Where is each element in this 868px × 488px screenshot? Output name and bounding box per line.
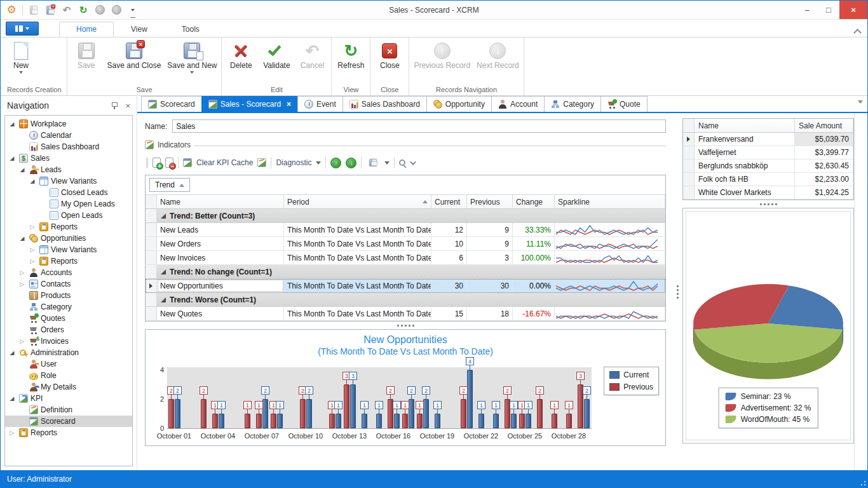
qat-save-icon[interactable] <box>27 3 41 17</box>
tab-scorecard[interactable]: Scorecard <box>141 96 202 112</box>
sidebar-item-workplace[interactable]: ◢Workplace <box>5 118 132 130</box>
table-row-new-opportunities[interactable]: New OpportunitiesThis Month To Date Vs L… <box>146 279 665 293</box>
column-header-current[interactable]: Current <box>431 195 467 208</box>
sidebar-item-role[interactable]: Role <box>5 370 132 381</box>
refresh-button[interactable]: ↻Refresh <box>333 39 369 85</box>
table-row-frankenversand[interactable]: Frankenversand$5,039.70 <box>683 133 853 146</box>
tree-expanded-icon[interactable]: ◢ <box>28 178 37 184</box>
sidebar-item-contacts[interactable]: ▷Contacts <box>5 278 132 290</box>
sidebar-item-scorecard[interactable]: Scorecard <box>5 416 132 427</box>
tree-expanded-icon[interactable]: ◢ <box>8 349 17 356</box>
move-down-icon[interactable]: ↓ <box>346 158 356 168</box>
sidebar-item-reports[interactable]: ▷Reports <box>5 427 132 438</box>
column-header-name[interactable]: Name <box>157 195 284 208</box>
tree-collapsed-icon[interactable]: ▷ <box>28 224 37 230</box>
tab-opportunity[interactable]: Opportunity <box>426 96 492 112</box>
validate-button[interactable]: Validate <box>259 39 294 85</box>
diagnostic-button[interactable]: Diagnostic <box>276 158 311 167</box>
column-header-name[interactable]: Name <box>695 119 795 132</box>
sidebar-item-open-leads[interactable]: Open Leads <box>5 210 132 221</box>
tree-collapsed-icon[interactable]: ▷ <box>18 269 27 276</box>
tree-collapsed-icon[interactable]: ▷ <box>18 281 27 287</box>
table-row-vaffeljernet[interactable]: Vaffeljernet$3,399.77 <box>683 146 853 159</box>
tree-collapsed-icon[interactable]: ▷ <box>8 430 17 436</box>
tree-expanded-icon[interactable]: ◢ <box>8 155 17 161</box>
sidebar-item-sales-dashboard[interactable]: Sales Dashboard <box>5 141 132 152</box>
sidebar-item-calendar[interactable]: Calendar <box>5 130 132 141</box>
add-indicator-icon[interactable]: + <box>153 158 161 168</box>
sidebar-item-kpi[interactable]: ◢KPI <box>5 393 132 404</box>
navigation-close-icon[interactable]: × <box>125 101 130 111</box>
app-gear-icon[interactable]: ⚙ <box>4 3 18 17</box>
ribbon-collapse-icon[interactable] <box>855 28 860 33</box>
group-row-trend-no-change-count-1[interactable]: Trend: No change (Count=1) <box>146 265 665 279</box>
tree-expanded-icon[interactable]: ◢ <box>18 166 27 173</box>
table-row-berglunds-snabbk-p[interactable]: Berglunds snabbköp$2,630.45 <box>683 159 853 173</box>
filter-editor-icon[interactable] <box>399 159 405 166</box>
tab-quote[interactable]: Quote <box>600 96 648 112</box>
sidebar-item-view-variants[interactable]: ◢View Variants <box>5 175 132 187</box>
name-input[interactable] <box>172 119 666 133</box>
sidebar-item-definition[interactable]: Definition <box>5 404 132 416</box>
maximize-button[interactable]: □ <box>818 1 839 19</box>
close-button[interactable]: ×Close <box>372 39 407 85</box>
group-row-trend-worse-count-1[interactable]: Trend: Worse (Count=1) <box>146 293 665 307</box>
tree-collapsed-icon[interactable]: ▷ <box>28 247 37 253</box>
group-row-trend-better-count-3[interactable]: Trend: Better (Count=3) <box>146 209 665 223</box>
new-button[interactable]: New <box>3 39 39 85</box>
export-icon[interactable] <box>369 159 377 166</box>
clear-kpi-cache-button[interactable]: Clear KPI Cache <box>196 158 253 167</box>
table-row-folk-och-f-hb[interactable]: Folk och fä HB$2,233.00 <box>683 173 853 186</box>
chevron-down-icon[interactable] <box>410 159 416 165</box>
sidebar-item-products[interactable]: Products <box>5 290 132 301</box>
qat-next-record-icon[interactable]: ↓ <box>109 3 123 17</box>
app-menu-button[interactable] <box>6 22 39 36</box>
sidebar-item-reports[interactable]: ▷Reports <box>5 221 132 233</box>
table-row-new-invoices[interactable]: New InvoicesThis Month To Date Vs Last M… <box>146 251 665 265</box>
column-header-sparkline[interactable]: Sparkline <box>555 195 665 208</box>
tab-sales-scorecard[interactable]: Sales - Scorecard× <box>201 96 298 112</box>
sidebar-item-leads[interactable]: ◢Leads <box>5 164 132 175</box>
sidebar-item-closed-leads[interactable]: Closed Leads <box>5 187 132 198</box>
column-header-sale-amount[interactable]: Sale Amount <box>795 119 853 132</box>
sidebar-item-invoices[interactable]: ▷$Invoices <box>5 336 132 347</box>
table-row-new-leads[interactable]: New LeadsThis Month To Date Vs Last Mont… <box>146 223 665 237</box>
qat-previous-record-icon[interactable]: ↑ <box>93 3 107 17</box>
tab-list-dropdown-icon[interactable] <box>858 100 863 104</box>
qat-customize-icon[interactable] <box>126 3 140 17</box>
save-and-close-button[interactable]: ×Save and Close <box>104 39 165 85</box>
remove-indicator-icon[interactable]: − <box>165 158 173 168</box>
qat-undo-icon[interactable]: ↶ <box>60 3 74 17</box>
tree-collapsed-icon[interactable]: ▷ <box>28 258 37 264</box>
table-row-white-clover-markets[interactable]: White Clover Markets$1,924.25 <box>683 186 853 200</box>
qat-refresh-icon[interactable]: ↻ <box>76 3 90 17</box>
table-row-new-orders[interactable]: New OrdersThis Month To Date Vs Last Mon… <box>146 237 665 251</box>
move-up-icon[interactable]: ↑ <box>330 158 341 168</box>
horizontal-splitter[interactable] <box>682 200 854 208</box>
ribbon-tab-view[interactable]: View <box>114 22 165 37</box>
tab-close-icon[interactable]: × <box>287 100 291 109</box>
horizontal-splitter[interactable] <box>145 322 666 329</box>
sidebar-item-quotes[interactable]: Quotes <box>5 313 132 324</box>
pin-icon[interactable] <box>110 101 119 110</box>
sidebar-item-my-open-leads[interactable]: My Open Leads <box>5 198 132 210</box>
sidebar-item-user[interactable]: User <box>5 358 132 370</box>
qat-save-close-icon[interactable]: × <box>43 3 57 17</box>
toolbar-grip[interactable] <box>146 158 148 168</box>
kpi-zoom-icon[interactable] <box>257 158 266 167</box>
sidebar-item-administration[interactable]: ◢Administration <box>5 347 132 358</box>
tab-sales-dashboard[interactable]: Sales Dashboard <box>342 96 427 112</box>
sidebar-item-opportunities[interactable]: ◢Opportunities <box>5 233 132 244</box>
tree-expanded-icon[interactable]: ◢ <box>8 121 17 127</box>
ribbon-tab-tools[interactable]: Tools <box>165 22 217 37</box>
sidebar-item-orders[interactable]: Orders <box>5 324 132 336</box>
column-header-period[interactable]: Period <box>284 195 431 208</box>
tree-expanded-icon[interactable]: ◢ <box>18 235 27 241</box>
column-header-previous[interactable]: Previous <box>467 195 513 208</box>
vertical-splitter[interactable] <box>672 113 682 470</box>
refresh-kpi-icon[interactable] <box>183 158 192 167</box>
tree-expanded-icon[interactable]: ◢ <box>8 395 17 402</box>
tab-category[interactable]: Category <box>544 96 601 112</box>
save-and-new-button[interactable]: Save and New <box>164 39 220 85</box>
group-by-trend-button[interactable]: Trend <box>149 178 190 192</box>
